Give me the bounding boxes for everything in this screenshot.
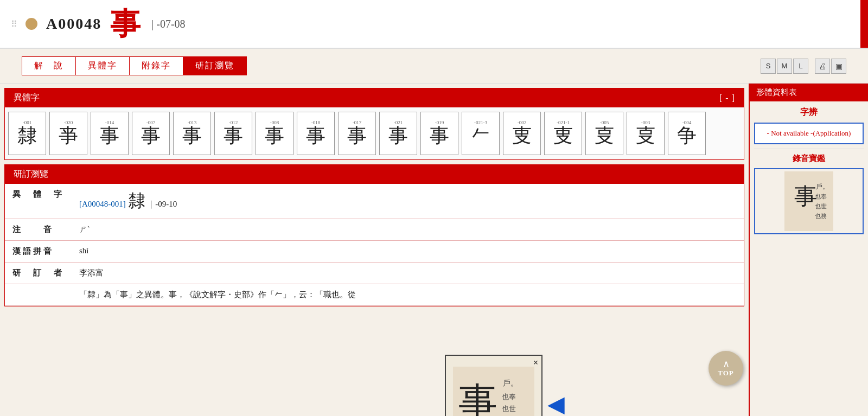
header-circle (25, 18, 37, 30)
detail-row-researcher: 研 訂 者 李添富 (5, 263, 744, 284)
research-title: 研訂瀏覽 (14, 169, 48, 180)
svg-text:戶。: 戶。 (816, 183, 829, 190)
variant-label: 異 體 字 (5, 184, 72, 219)
svg-text:戶。: 戶。 (503, 379, 518, 387)
variant-cell-12[interactable]: -002叓 (503, 112, 541, 155)
entry-id: A00048 (46, 15, 101, 33)
right-content: 字辨 - Not available -(Application) 錄音寶鑑 事… (750, 101, 868, 240)
variant-cell-8[interactable]: -017事 (338, 112, 376, 155)
detail-row-phonetic: 注 音 ㄕˋ (5, 219, 744, 241)
zibien-title: 字辨 (754, 107, 864, 118)
tab-yitizi[interactable]: 異體字 (75, 56, 130, 75)
top-arrow-icon: ∧ (723, 359, 730, 369)
right-panel-title: 形體資料表 (756, 88, 797, 97)
blue-arrow-icon: ◀ (548, 393, 564, 416)
detail-row-variant: 異 體 字 [A00048-001] 隸 ｜-09-10 (5, 184, 744, 219)
variant-cell-11[interactable]: -021-3𠂉 (462, 112, 500, 155)
variant-cell-0[interactable]: -001隸 (8, 112, 46, 155)
right-panel-header: 形體資料表 (750, 84, 868, 101)
svg-text:也世: 也世 (815, 203, 827, 209)
variant-cell-1[interactable]: -020亊 (49, 112, 87, 155)
variant-cell-5[interactable]: -012事 (214, 112, 252, 155)
zibien-content: - Not available -(Application) (767, 129, 851, 137)
entry-code: | -07-08 (151, 18, 185, 30)
description-label (5, 284, 72, 306)
pinyin-value: shì (72, 241, 744, 263)
tab-jieshu[interactable]: 解 說 (22, 56, 76, 75)
variants-grid: -001隸-020亊-014事-007事-013事-012事-008事-018事… (5, 107, 744, 159)
screen-icon[interactable]: ▣ (831, 59, 846, 74)
size-m-button[interactable]: M (777, 59, 792, 74)
size-s-button[interactable]: S (761, 59, 776, 74)
svg-text:也奉: 也奉 (815, 193, 827, 200)
print-icon[interactable]: 🖨 (815, 59, 830, 74)
phonetic-label: 注 音 (5, 219, 72, 241)
svg-text:事: 事 (458, 381, 497, 416)
header-red-bar (860, 0, 868, 48)
research-section-header: 研訂瀏覽 (5, 165, 744, 184)
detail-table: 異 體 字 [A00048-001] 隸 ｜-09-10 注 音 ㄕˋ 漢語拼音 (5, 184, 744, 306)
right-panel: 形體資料表 字辨 - Not available -(Application) … (749, 84, 868, 416)
recording-image: 事 戶。 也奉 也世 也務 (784, 171, 833, 231)
size-buttons: S M L (761, 59, 808, 74)
left-panel: 異體字 [ - ] -001隸-020亊-014事-007事-013事-012事… (0, 84, 749, 416)
variant-cell-13[interactable]: -021-1叓 (544, 112, 582, 155)
tab-yandinglanyue[interactable]: 研訂瀏覽 (183, 56, 247, 75)
popup-content: 事 戶。 也奉 也世 也務 也 (448, 358, 539, 416)
entry-char: 事 (110, 9, 141, 39)
variant-cell-7[interactable]: -018事 (297, 112, 335, 155)
size-l-button[interactable]: L (793, 59, 808, 74)
variant-cell-10[interactable]: -019事 (420, 112, 458, 155)
variants-section-header: 異體字 [ - ] (5, 88, 744, 107)
detail-row-pinyin: 漢語拼音 shì (5, 241, 744, 263)
phonetic-value: ㄕˋ (72, 219, 744, 241)
detail-row-description: 「隸」為「事」之異體。事，《說文解字・史部》作「𠂉」，云：「職也。從 (5, 284, 744, 306)
variants-collapse-btn[interactable]: [ - ] (719, 93, 735, 103)
variant-cell-3[interactable]: -007事 (132, 112, 170, 155)
variants-section: 異體字 [ - ] -001隸-020亊-014事-007事-013事-012事… (4, 88, 744, 160)
description-value: 「隸」為「事」之異體。事，《說文解字・史部》作「𠂉」，云：「職也。從 (72, 284, 744, 306)
phonetic-char: ㄕˋ (79, 225, 90, 234)
recording-image-box[interactable]: 事 戶。 也奉 也世 也務 (754, 168, 864, 234)
svg-text:也奉: 也奉 (502, 393, 516, 401)
pinyin-label: 漢語拼音 (5, 241, 72, 263)
variant-id: [A00048-001] (79, 200, 126, 208)
svg-text:事: 事 (794, 184, 817, 209)
variant-cell-4[interactable]: -013事 (173, 112, 211, 155)
tab-fuluzi[interactable]: 附錄字 (129, 56, 183, 75)
variant-cell-6[interactable]: -008事 (256, 112, 293, 155)
divider (754, 149, 864, 149)
popup-box: × 事 戶。 也奉 也世 也務 也 (445, 355, 542, 416)
header: ⠿ A00048 事 | -07-08 (0, 0, 868, 49)
variant-code-val: ｜-09-10 (147, 200, 177, 208)
tabs-bar: 解 說 異體字 附錄字 研訂瀏覽 S M L 🖨 ▣ (0, 49, 868, 84)
researcher-value: 李添富 (72, 263, 744, 284)
variant-cell-9[interactable]: -021事 (379, 112, 417, 155)
top-button[interactable]: ∧ TOP (709, 351, 743, 386)
top-label: TOP (718, 369, 734, 377)
variant-cell-15[interactable]: -003㕝 (627, 112, 665, 155)
variants-title: 異體字 (14, 92, 40, 104)
dots-icon: ⠿ (11, 19, 17, 29)
popup-close-button[interactable]: × (533, 358, 538, 368)
svg-text:也世: 也世 (502, 405, 516, 413)
popup-overlay: × 事 戶。 也奉 也世 也務 也 (445, 355, 542, 416)
researcher-label: 研 訂 者 (5, 263, 72, 284)
variant-char: 隸 (128, 191, 145, 210)
variant-cell-14[interactable]: -005㕝 (585, 112, 623, 155)
zibien-box[interactable]: - Not available -(Application) (754, 123, 864, 144)
research-section: 研訂瀏覽 異 體 字 [A00048-001] 隸 ｜-09-10 注 音 ㄕˋ (4, 164, 744, 306)
recording-title: 錄音寶鑑 (754, 153, 864, 164)
popup-image: 事 戶。 也奉 也世 也務 也 (453, 367, 534, 416)
variant-cell-2[interactable]: -014事 (91, 112, 129, 155)
variant-value: [A00048-001] 隸 ｜-09-10 (72, 184, 744, 219)
svg-text:也務: 也務 (815, 213, 827, 219)
variant-cell-16[interactable]: -004争 (668, 112, 706, 155)
main: 異體字 [ - ] -001隸-020亊-014事-007事-013事-012事… (0, 84, 868, 416)
